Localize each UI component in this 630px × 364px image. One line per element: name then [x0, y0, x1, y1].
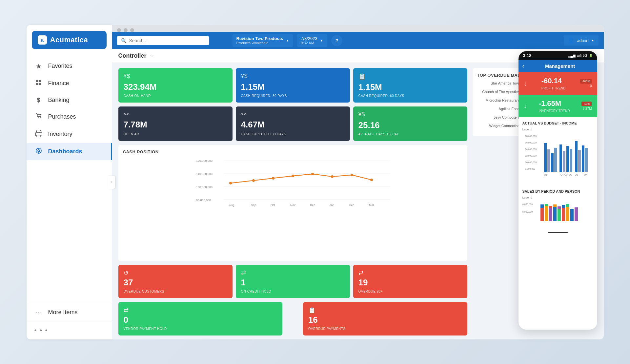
open-ar-value: 7.78M: [124, 120, 227, 129]
svg-rect-63: [540, 208, 544, 221]
user-name: admin: [577, 38, 588, 43]
svg-text:120,000,000: 120,000,000: [196, 159, 213, 163]
balance-label: Star America Toys: [477, 81, 520, 85]
svg-point-28: [370, 179, 373, 181]
svg-text:8,000,000: 8,000,000: [525, 168, 535, 170]
logo-area[interactable]: a Acumatica: [32, 31, 107, 49]
profit-trend-arrow-icon: ↓: [524, 80, 527, 87]
search-input[interactable]: [129, 38, 205, 43]
overdue-payments-icon: 📋: [308, 307, 462, 314]
cash-on-hand-value: 323.94M: [124, 82, 227, 92]
cash-req-60-value: 1.15M: [358, 83, 462, 92]
svg-text:Oct: Oct: [271, 203, 275, 207]
dashboards-icon: [34, 147, 43, 156]
sidebar-item-more[interactable]: ⋯ More Items: [27, 304, 112, 321]
svg-text:110,000,000: 110,000,000: [196, 172, 213, 176]
svg-rect-71: [558, 209, 561, 221]
balance-label: Church of The Apostles: [477, 90, 520, 94]
cash-req-30-icon: ¥$: [241, 73, 345, 80]
mobile-battery-icon: 🔋: [589, 54, 593, 57]
svg-text:14,000,000: 14,000,000: [525, 148, 537, 150]
svg-text:Q4: Q4: [560, 174, 563, 176]
dots-icon: • • •: [34, 327, 48, 334]
kpi-overdue-90[interactable]: ⇄ 19 OVERDUE 90+: [353, 265, 467, 298]
left-panel: ¥$ 323.94M CASH ON-HAND ¥$ 1.15M CASH RE…: [118, 68, 467, 335]
svg-text:10,000,000: 10,000,000: [525, 161, 537, 163]
kpi-cash-expected-30[interactable]: <> 4.67M CASH EXPECTED 30 DAYS: [236, 106, 350, 141]
svg-rect-0: [36, 80, 38, 82]
svg-rect-64: [540, 204, 544, 208]
cash-position-svg: 120,000,000 110,000,000 100,000,000 90,0…: [123, 157, 463, 209]
kpi-cash-req-30[interactable]: ¥$ 1.15M CASH REQUIRED: 30 DAYS: [236, 68, 350, 103]
collapse-sidebar-button[interactable]: ‹: [108, 176, 115, 189]
svg-rect-3: [39, 83, 41, 85]
search-icon: 🔍: [121, 38, 127, 43]
svg-rect-70: [553, 204, 557, 207]
vendor-hold-value: 0: [124, 315, 277, 325]
mobile-back-button[interactable]: ‹: [522, 63, 524, 69]
sidebar-item-purchases[interactable]: Purchases: [27, 108, 112, 125]
page-title-area: Controller ☆: [118, 52, 154, 59]
kpi-open-ar[interactable]: <> 7.78M OPEN AR: [118, 106, 233, 141]
mobile-wifi-icon: wifi: [577, 54, 581, 57]
svg-text:6,000,000: 6,000,000: [522, 203, 533, 205]
svg-rect-75: [566, 207, 569, 221]
user-selector[interactable]: 👤 admin ▼: [564, 35, 598, 46]
overdue-90-label: OVERDUE 90+: [358, 289, 462, 294]
kpi-cash-req-60[interactable]: 📋 1.15M CASH REQUIRED: 60 DAYS: [353, 68, 467, 103]
svg-rect-76: [566, 204, 569, 207]
sidebar-item-label: Favorites: [48, 63, 72, 69]
svg-point-25: [311, 173, 314, 175]
page-favorite-icon[interactable]: ☆: [150, 53, 154, 58]
kpi-on-credit-hold[interactable]: ⇄ 1 ON CREDIT HOLD: [236, 265, 350, 298]
kpi-cash-on-hand[interactable]: ¥$ 323.94M CASH ON-HAND: [118, 68, 233, 103]
mobile-budget-title: ACTUAL VS BUDGET - INCOME: [522, 121, 593, 125]
more-items-icon: ⋯: [34, 309, 43, 316]
mobile-profit-trend[interactable]: ↓ -60.14 PROFIT TREND -100% 0: [518, 72, 597, 95]
cash-req-30-value: 1.15M: [241, 82, 345, 92]
svg-text:Nov: Nov: [290, 203, 296, 207]
svg-rect-46: [554, 148, 557, 172]
svg-rect-2: [36, 83, 38, 85]
company-selector[interactable]: Revision Two Products Products Wholesale…: [233, 34, 293, 47]
help-button[interactable]: ?: [331, 35, 342, 46]
vendor-hold-icon: ⇄: [124, 307, 277, 314]
svg-rect-73: [562, 208, 565, 221]
search-bar[interactable]: 🔍: [117, 36, 209, 45]
sidebar-bottom-dots[interactable]: • • •: [27, 321, 112, 339]
sidebar-item-banking[interactable]: $ Banking: [27, 92, 112, 108]
kpi-avg-days-pay[interactable]: ¥$ 25.16 AVERAGE DAYS TO PAY: [353, 106, 467, 141]
sidebar-item-dashboards[interactable]: Dashboards: [27, 143, 112, 160]
svg-rect-52: [578, 150, 581, 172]
cash-exp-30-icon: <>: [241, 111, 345, 116]
sidebar-item-finance[interactable]: Finance: [27, 75, 112, 92]
kpi-overdue-payments[interactable]: 📋 16 OVERDUE PAYMENTS: [303, 302, 467, 335]
company-name-sub: Products Wholesale: [236, 41, 283, 45]
profit-trend-sub: 0: [590, 84, 592, 88]
mobile-inventory-trend[interactable]: ↓ -1.65M INVENTORY TREND -19% 7.27M: [518, 95, 597, 117]
overdue-customers-value: 37: [124, 278, 227, 287]
browser-dot-yellow: [124, 28, 128, 32]
cash-req-30-label: CASH REQUIRED: 30 DAYS: [241, 94, 345, 98]
kpi-vendor-payment-hold[interactable]: ⇄ 0 VENDOR PAYMENT HOLD: [118, 302, 283, 335]
mobile-panel: 3:18 ▂▄▆ wifi 5G 🔋 ‹ Management ↓ -60.14…: [518, 51, 597, 330]
mobile-signals: ▂▄▆ wifi 5G 🔋: [568, 54, 593, 57]
inventory-trend-badge: -19%: [581, 102, 592, 106]
nav-items: ★ Favorites Finance $ Banking: [27, 55, 112, 304]
svg-rect-72: [558, 206, 561, 209]
mobile-status-bar: 3:18 ▂▄▆ wifi 5G 🔋: [518, 51, 597, 60]
svg-rect-74: [562, 205, 565, 208]
kpi-overdue-customers[interactable]: ↺ 37 OVERDUE CUSTOMERS: [118, 265, 233, 298]
open-ar-label: OPEN AR: [124, 132, 227, 136]
svg-text:5,000,000: 5,000,000: [522, 211, 533, 213]
sidebar-item-inventory[interactable]: Inventory: [27, 125, 112, 143]
sidebar-item-favorites[interactable]: ★ Favorites: [27, 58, 112, 75]
overdue-90-value: 19: [358, 278, 462, 287]
cash-exp-30-value: 4.67M: [241, 120, 345, 129]
profit-trend-label: PROFIT TREND: [541, 86, 566, 90]
finance-icon: [34, 79, 43, 87]
date-selector[interactable]: 7/8/2023 9:32 AM ▼: [297, 34, 327, 47]
browser-dot-green: [130, 28, 134, 32]
cash-req-60-label: CASH REQUIRED: 60 DAYS: [358, 94, 462, 98]
kpi-row-2: <> 7.78M OPEN AR <> 4.67M CASH EXPECTED …: [118, 106, 467, 141]
